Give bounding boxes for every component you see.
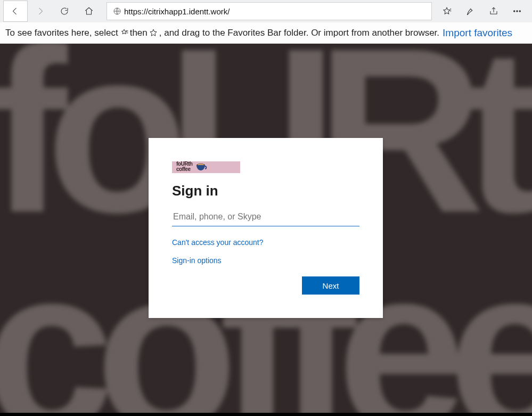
star-icon — [149, 28, 158, 38]
home-button[interactable] — [77, 1, 101, 22]
import-favorites-link[interactable]: Import favorites — [443, 27, 512, 39]
svg-point-2 — [517, 11, 518, 12]
footer-strip — [0, 413, 532, 416]
email-field[interactable] — [172, 209, 359, 226]
browser-toolbar — [0, 0, 532, 22]
favorites-icon[interactable] — [435, 1, 459, 22]
coffee-cup-icon — [195, 163, 208, 172]
cant-access-link[interactable]: Can't access your account? — [172, 238, 359, 247]
address-bar[interactable] — [107, 2, 432, 20]
site-identity-icon — [110, 7, 124, 15]
more-icon[interactable] — [505, 1, 529, 22]
add-favorite-icon — [119, 28, 129, 38]
next-button[interactable]: Next — [302, 276, 359, 295]
favorites-hint-bar: To see favorites here, select then , and… — [0, 22, 532, 44]
reading-list-icon[interactable] — [459, 1, 482, 22]
signin-heading: Sign in — [172, 183, 359, 199]
favbar-text-3: , and drag to the Favorites Bar folder. … — [159, 28, 439, 38]
favbar-text-2: then — [130, 28, 148, 38]
back-button[interactable] — [3, 1, 28, 22]
svg-point-3 — [519, 11, 520, 12]
refresh-button[interactable] — [52, 1, 77, 22]
forward-button[interactable] — [28, 1, 52, 22]
toolbar-right-icons — [435, 1, 529, 22]
signin-options-link[interactable]: Sign-in options — [172, 256, 359, 265]
favbar-text-1: To see favorites here, select — [5, 28, 118, 38]
brand-text-bottom: coffee — [176, 166, 190, 172]
brand-logo: foURth coffee — [172, 161, 240, 173]
url-input[interactable] — [124, 7, 428, 16]
svg-point-1 — [514, 11, 515, 12]
signin-card: foURth coffee Sign in Can't access your … — [149, 138, 383, 318]
page-body: foURth coffee foURth coffee Sign in Can'… — [0, 44, 532, 416]
share-icon[interactable] — [482, 1, 505, 22]
